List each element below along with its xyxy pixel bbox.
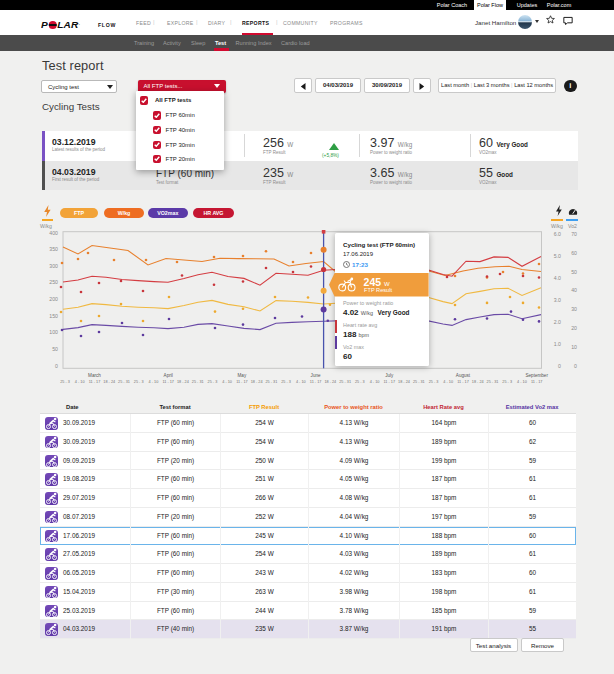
svg-text:25 - 3: 25 - 3 [502, 380, 512, 384]
svg-text:4 - 10: 4 - 10 [443, 380, 453, 384]
svg-text:11 - 17: 11 - 17 [457, 380, 469, 384]
svg-text:4 - 10: 4 - 10 [517, 380, 527, 384]
svg-text:April: April [164, 373, 173, 378]
svg-text:July: July [385, 373, 394, 378]
svg-text:August: August [456, 373, 471, 378]
svg-text:350: 350 [49, 246, 58, 252]
svg-text:25 - 31: 25 - 31 [487, 380, 499, 384]
svg-text:11 - 17: 11 - 17 [310, 380, 322, 384]
svg-text:18 - 24: 18 - 24 [103, 380, 115, 384]
svg-text:400: 400 [49, 230, 58, 236]
svg-text:4 - 10: 4 - 10 [222, 380, 232, 384]
svg-text:18 - 24: 18 - 24 [472, 380, 484, 384]
svg-text:10: 10 [571, 344, 577, 350]
svg-text:0: 0 [574, 363, 577, 369]
svg-text:5.0: 5.0 [554, 253, 561, 259]
svg-text:6.0: 6.0 [554, 231, 561, 237]
svg-text:25 - 31: 25 - 31 [192, 380, 204, 384]
svg-text:25 - 3: 25 - 3 [134, 380, 144, 384]
svg-text:11 - 17: 11 - 17 [236, 380, 248, 384]
svg-text:40: 40 [571, 287, 577, 293]
svg-text:June: June [311, 373, 321, 378]
svg-text:18 - 24: 18 - 24 [398, 380, 410, 384]
svg-text:25 - 3: 25 - 3 [208, 380, 218, 384]
svg-text:300: 300 [49, 263, 58, 269]
svg-text:50: 50 [52, 346, 58, 352]
svg-text:September: September [525, 373, 548, 378]
svg-text:4 - 10: 4 - 10 [149, 380, 159, 384]
svg-text:25 - 3: 25 - 3 [355, 380, 365, 384]
svg-text:2.0: 2.0 [554, 319, 561, 325]
svg-text:18 - 24: 18 - 24 [177, 380, 189, 384]
svg-text:25 - 31: 25 - 31 [339, 380, 351, 384]
svg-text:March: March [88, 373, 101, 378]
svg-text:3.0: 3.0 [554, 297, 561, 303]
svg-text:11 - 17: 11 - 17 [89, 380, 101, 384]
svg-text:100: 100 [49, 329, 58, 335]
svg-text:0: 0 [558, 363, 561, 369]
svg-text:30: 30 [571, 306, 577, 312]
svg-text:11 - 17: 11 - 17 [162, 380, 174, 384]
svg-text:60: 60 [571, 250, 577, 256]
svg-text:May: May [238, 373, 247, 378]
svg-text:20: 20 [571, 325, 577, 331]
svg-text:11 - 17: 11 - 17 [531, 380, 543, 384]
svg-text:4 - 10: 4 - 10 [370, 380, 380, 384]
svg-text:25 - 31: 25 - 31 [413, 380, 425, 384]
svg-text:150: 150 [49, 313, 58, 319]
svg-text:200: 200 [49, 296, 58, 302]
svg-text:25 - 3: 25 - 3 [429, 380, 439, 384]
svg-text:25 - 3: 25 - 3 [281, 380, 291, 384]
svg-text:18 - 24: 18 - 24 [324, 380, 336, 384]
svg-text:50: 50 [571, 269, 577, 275]
svg-text:1.0: 1.0 [554, 341, 561, 347]
svg-text:4 - 10: 4 - 10 [296, 380, 306, 384]
svg-text:4.0: 4.0 [554, 275, 561, 281]
svg-text:25 - 31: 25 - 31 [118, 380, 130, 384]
svg-text:4 - 10: 4 - 10 [75, 380, 85, 384]
svg-text:18 - 24: 18 - 24 [251, 380, 263, 384]
svg-text:11 - 17: 11 - 17 [384, 380, 396, 384]
svg-text:250: 250 [49, 279, 58, 285]
svg-text:70: 70 [571, 231, 577, 237]
svg-text:25 - 31: 25 - 31 [265, 380, 277, 384]
svg-text:25 - 3: 25 - 3 [60, 380, 70, 384]
svg-text:0: 0 [55, 363, 58, 369]
